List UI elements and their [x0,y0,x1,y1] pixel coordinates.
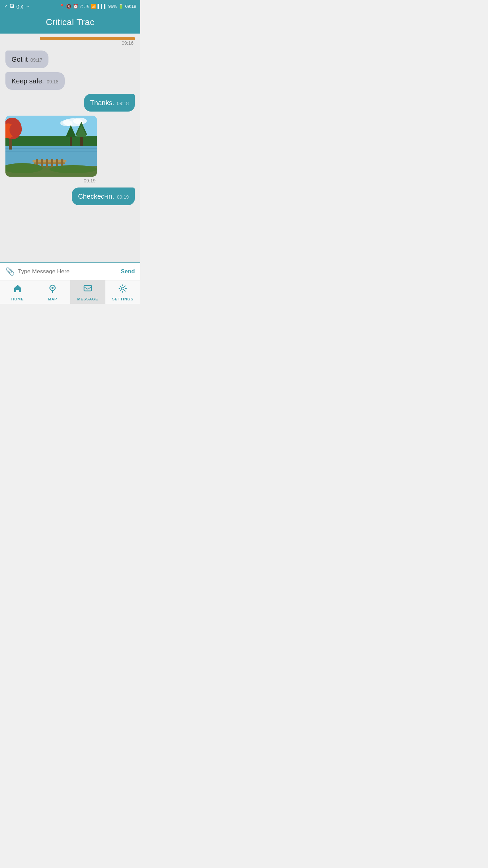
status-right-icons: 📍 🔇 ⏰ VoLTE 📶 ▌▌▌ 96% 🔋 09:19 [59,4,137,9]
signal-bars-icon: ▌▌▌ [98,4,107,9]
bubble-text: Thanks. [90,98,114,107]
map-icon [48,284,57,296]
svg-rect-14 [46,159,48,167]
svg-rect-15 [51,159,53,167]
app-header: Critical Trac [0,12,140,34]
svg-point-2 [73,118,87,124]
bubble-time: 09:17 [30,57,42,64]
svg-rect-32 [84,285,92,291]
status-bar: ✓ 🖼 ((·)) ··· 📍 🔇 ⏰ VoLTE 📶 ▌▌▌ 96% 🔋 09… [0,0,140,12]
sent-bubble: Checked-in. 09:19 [72,188,135,205]
nav-item-message[interactable]: MESSAGE [70,280,105,304]
message-icon [83,284,93,296]
image-bubble [5,116,97,177]
message-input[interactable] [18,268,117,275]
lte-icon: VoLTE [80,4,89,8]
svg-rect-13 [41,159,43,167]
svg-line-34 [88,287,92,289]
svg-rect-11 [34,162,65,164]
nav-item-map[interactable]: MAP [35,280,70,304]
image-time: 09:19 [5,177,97,183]
bubble-text: Keep safe. [12,76,44,86]
wifi-icon: 📶 [91,4,96,9]
svg-rect-6 [5,148,97,149]
svg-point-35 [121,287,124,290]
status-left-icons: ✓ 🖼 ((·)) ··· [4,4,29,9]
message-row: Thanks. 09:18 [5,94,135,112]
chat-area: 09:16 Got it 09:17 Keep safe. 09:18 Than… [0,34,140,262]
battery-icon: 🔋 [118,4,124,9]
bubble-time: 09:18 [117,100,129,107]
sent-bubble: Thanks. 09:18 [84,94,135,112]
message-row: Checked-in. 09:19 [5,188,135,205]
ellipsis-icon: ··· [25,4,29,9]
svg-point-21 [9,123,22,137]
nav-label-settings: SETTINGS [112,297,134,301]
svg-point-30 [52,287,54,289]
input-area: 📎 Send [0,262,140,280]
bubble-text: Got it [12,55,28,64]
svg-rect-7 [5,151,97,152]
message-row: Got it 09:17 [5,51,135,68]
app-title: Critical Trac [46,17,95,27]
received-bubble: Got it 09:17 [5,51,48,68]
nav-item-home[interactable]: HOME [0,280,35,304]
nav-label-message: MESSAGE [77,297,98,301]
svg-point-3 [60,120,73,126]
svg-line-33 [84,287,88,289]
partial-message-row: 09:16 [5,37,135,46]
lake-image [5,116,97,177]
clock: 09:19 [125,4,136,9]
bubble-text: Checked-in. [78,192,114,201]
nav-item-settings[interactable]: SETTINGS [105,280,141,304]
received-bubble: Keep safe. 09:18 [5,72,65,90]
image-message-row: 09:19 [5,116,135,183]
nav-label-map: MAP [48,297,57,301]
msg-time-09-16: 09:16 [122,40,135,46]
location-icon: 📍 [59,4,65,9]
mute-icon: 🔇 [66,4,72,9]
battery-percent: 96% [108,4,117,9]
bottom-nav: HOME MAP MESSAGE SETTIN [0,280,140,304]
alarm-icon: ⏰ [73,4,78,9]
send-button[interactable]: Send [121,268,135,275]
nav-label-home: HOME [11,297,24,301]
settings-icon [118,284,127,296]
checkmark-icon: ✓ [4,4,8,9]
bubble-time: 09:18 [47,79,59,85]
partial-message-bar [40,37,135,40]
svg-point-28 [49,165,97,173]
home-icon [13,284,22,296]
message-row: Keep safe. 09:18 [5,72,135,90]
bubble-time: 09:19 [117,194,129,201]
image-icon: 🖼 [10,4,14,9]
signal-wave-icon: ((·)) [16,4,23,9]
attach-icon[interactable]: 📎 [5,267,15,276]
svg-rect-8 [5,156,97,156]
